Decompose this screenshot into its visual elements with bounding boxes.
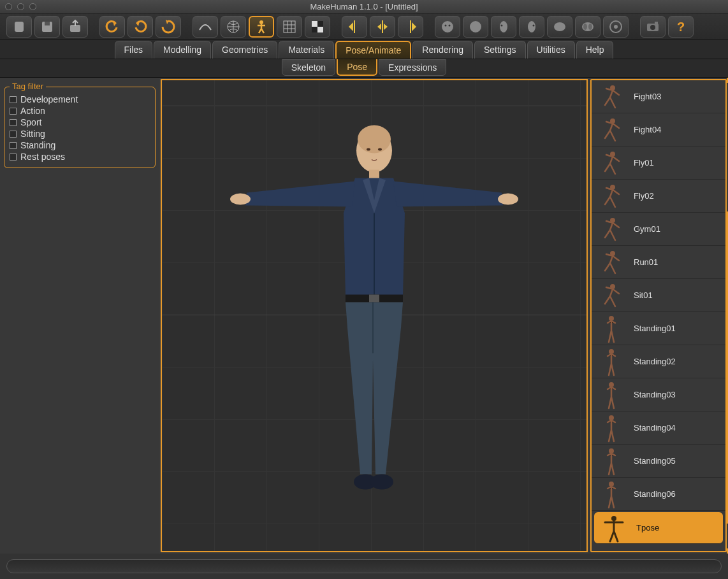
svg-point-38 — [370, 474, 393, 489]
help-icon[interactable]: ? — [668, 16, 694, 38]
window-title: MakeHuman 1.1.0 - [Untitled] — [0, 2, 728, 11]
pose-item-sit01[interactable]: Sit01 — [592, 279, 725, 312]
right-panel: Fight03Fight04Fly01Fly02Gym01Run01Sit01S… — [589, 78, 728, 554]
checkbox-icon — [10, 119, 17, 126]
pose-item-run01[interactable]: Run01 — [592, 246, 725, 279]
view-right-icon[interactable] — [519, 16, 544, 38]
pose-thumb-icon — [597, 347, 626, 376]
pose-thumb-icon — [597, 82, 626, 111]
tab-settings[interactable]: Settings — [474, 41, 526, 59]
pose-item-standing02[interactable]: Standing02 — [592, 345, 725, 378]
pose-item-standing04[interactable]: Standing04 — [592, 411, 725, 445]
view-front-icon[interactable] — [435, 16, 460, 38]
svg-point-18 — [554, 22, 565, 31]
pose-item-standing06[interactable]: Standing06 — [592, 478, 725, 511]
background-icon[interactable] — [305, 16, 330, 38]
pose-thumb-icon — [597, 480, 626, 509]
main-area: Tag filter DevelopementActionSportSittin… — [0, 78, 728, 554]
undo-icon[interactable] — [99, 16, 125, 38]
tag-filter-group: Tag filter DevelopementActionSportSittin… — [4, 87, 156, 168]
view-reset-icon[interactable] — [603, 16, 629, 38]
checkbox-icon — [10, 131, 17, 138]
human-figure — [221, 117, 527, 495]
pose-item-fight04[interactable]: Fight04 — [592, 113, 725, 147]
svg-rect-0 — [15, 22, 24, 32]
pose-thumb-icon — [597, 215, 626, 244]
symmetry-both-icon[interactable] — [370, 16, 395, 38]
close-window-icon[interactable] — [5, 3, 12, 10]
tab-materials[interactable]: Materials — [279, 41, 334, 59]
view-top-icon[interactable] — [547, 16, 572, 38]
svg-point-12 — [449, 24, 451, 26]
tag-developement[interactable]: Developement — [10, 94, 150, 105]
pose-thumb-icon — [597, 182, 626, 211]
svg-point-33 — [230, 193, 251, 204]
subtab-expressions[interactable]: Expressions — [379, 59, 446, 76]
window-controls — [0, 3, 36, 10]
pose-thumb-icon — [597, 115, 626, 145]
tag-standing[interactable]: Standing — [10, 139, 150, 151]
view-left-icon[interactable] — [491, 16, 516, 38]
svg-point-21 — [588, 24, 592, 30]
pose-thumb-icon — [597, 380, 626, 410]
pose-thumb-icon — [597, 281, 626, 310]
svg-point-31 — [378, 148, 382, 150]
svg-point-11 — [445, 24, 447, 26]
pose-thumb-icon — [597, 248, 626, 277]
pose-item-standing01[interactable]: Standing01 — [592, 312, 725, 345]
pose-label: Fight03 — [634, 92, 661, 101]
wireframe-icon[interactable] — [221, 16, 246, 38]
pose-item-standing05[interactable]: Standing05 — [592, 445, 725, 478]
pose-list[interactable]: Fight03Fight04Fly01Fly02Gym01Run01Sit01S… — [592, 80, 725, 551]
tab-files[interactable]: Files — [115, 41, 153, 59]
tag-sitting[interactable]: Sitting — [10, 128, 150, 139]
tab-rendering[interactable]: Rendering — [412, 41, 473, 59]
checkbox-icon — [10, 142, 17, 149]
pose-item-fly01[interactable]: Fly01 — [592, 147, 725, 180]
tab-modelling[interactable]: Modelling — [154, 41, 211, 59]
pose-item-fly02[interactable]: Fly02 — [592, 180, 725, 213]
subtab-pose[interactable]: Pose — [337, 59, 377, 76]
view-back-icon[interactable] — [463, 16, 488, 38]
svg-rect-9 — [317, 27, 323, 32]
pose-label: Standing03 — [634, 390, 676, 399]
new-file-icon[interactable] — [6, 16, 32, 38]
tab-utilities[interactable]: Utilities — [527, 41, 575, 59]
grid-icon[interactable] — [277, 16, 302, 38]
tag-sport[interactable]: Sport — [10, 117, 150, 128]
tab-geometries[interactable]: Geometries — [212, 41, 277, 59]
subtab-skeleton[interactable]: Skeleton — [282, 59, 335, 76]
tab-help[interactable]: Help — [576, 41, 614, 59]
pose-item-standing03[interactable]: Standing03 — [592, 378, 725, 411]
export-icon[interactable] — [62, 16, 88, 38]
pose-list-scrollbar — [725, 78, 728, 554]
redo-icon[interactable] — [127, 16, 153, 38]
toolbar: ? — [0, 14, 728, 39]
smooth-icon[interactable] — [193, 16, 218, 38]
zoom-window-icon[interactable] — [29, 3, 36, 10]
tag-rest-poses[interactable]: Rest poses — [10, 151, 150, 162]
svg-point-34 — [498, 193, 518, 204]
symmetry-right-icon[interactable] — [398, 16, 423, 38]
symmetry-left-icon[interactable] — [342, 16, 367, 38]
tag-action[interactable]: Action — [10, 105, 150, 117]
svg-point-23 — [614, 25, 618, 29]
pose-item-tpose[interactable]: Tpose — [594, 512, 723, 544]
pose-item-fight03[interactable]: Fight03 — [592, 80, 725, 113]
minimize-window-icon[interactable] — [17, 3, 24, 10]
pose-mode-icon[interactable] — [249, 16, 274, 38]
viewport-3d[interactable] — [162, 80, 586, 551]
refresh-icon[interactable] — [156, 16, 181, 38]
svg-rect-36 — [369, 294, 379, 302]
pose-item-gym01[interactable]: Gym01 — [592, 213, 725, 246]
pose-list-container: Fight03Fight04Fly01Fly02Gym01Run01Sit01S… — [590, 79, 727, 552]
svg-rect-2 — [45, 22, 50, 25]
view-bottom-icon[interactable] — [575, 16, 601, 38]
save-icon[interactable] — [34, 16, 60, 38]
tab-poseanimate[interactable]: Pose/Animate — [335, 41, 411, 59]
left-panel: Tag filter DevelopementActionSportSittin… — [0, 78, 159, 554]
status-input[interactable] — [6, 559, 722, 573]
pose-label: Gym01 — [634, 224, 660, 234]
svg-point-20 — [583, 24, 587, 30]
camera-icon[interactable] — [640, 16, 666, 38]
